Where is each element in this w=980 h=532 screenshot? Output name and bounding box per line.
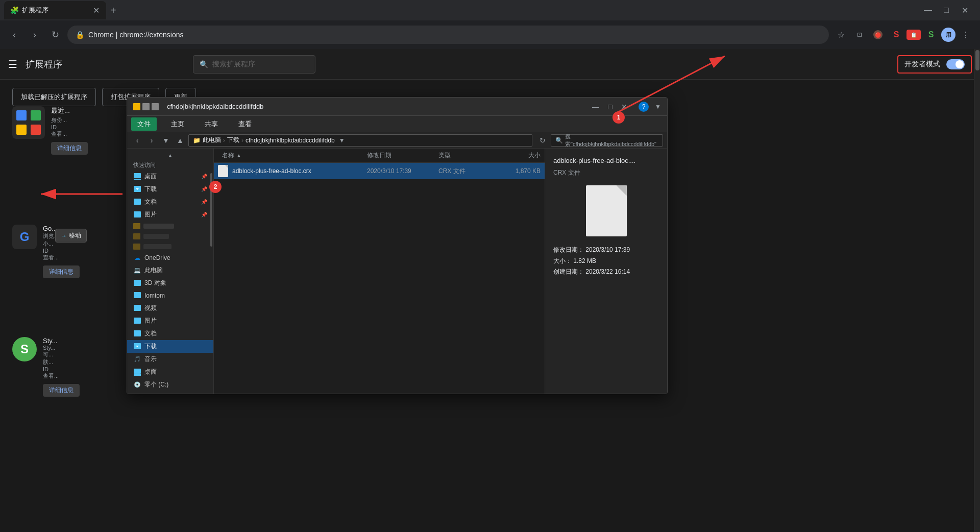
fe-sidebar-pictures[interactable]: 图片 📌	[127, 208, 213, 221]
fe-downloads-pin: 📌	[201, 186, 207, 192]
page-scrollbar[interactable]	[974, 49, 980, 532]
breadcrumb-item-3[interactable]: cfhdojbkjhnklbpkdaibdccddilifddb	[246, 137, 335, 144]
search-box[interactable]: 🔍 搜索扩展程序	[193, 55, 315, 74]
bookmark-button[interactable]: ☆	[833, 27, 849, 43]
dev-mode-label: 开发者模式	[904, 60, 940, 69]
ext-icon-2: G	[12, 225, 37, 249]
fe-documents-icon	[133, 198, 141, 206]
back-button[interactable]: ‹	[6, 27, 22, 43]
window-maximize-button[interactable]: □	[939, 3, 953, 17]
ext-card-1: 最近... 身份... ID 查看... 详细信息	[12, 106, 88, 155]
profiles-icon[interactable]: ⊡	[851, 27, 868, 43]
profile-avatar[interactable]: 用	[941, 28, 955, 42]
fe-sidebar-drivec[interactable]: 💿 零个 (C:)	[127, 378, 213, 391]
new-tab-button[interactable]: +	[110, 5, 116, 16]
dev-mode-toggle[interactable]	[946, 59, 965, 69]
tab-close-button[interactable]: ✕	[92, 6, 100, 14]
fe-sidebar-video[interactable]: 视频	[127, 302, 213, 315]
fe-created-value: 2020/3/22 16:14	[585, 268, 630, 275]
ext-detail-btn-2[interactable]: 详细信息	[43, 265, 80, 278]
fe-sidebar-thispc[interactable]: 💻 此电脑	[127, 264, 213, 277]
svg-rect-8	[134, 179, 141, 180]
fe-sidebar-item-blurred3[interactable]	[127, 241, 213, 252]
badge-1-label: 1	[617, 114, 621, 121]
forward-button[interactable]: ›	[27, 27, 43, 43]
fe-blurred-label-3	[143, 244, 172, 249]
load-unpacked-button[interactable]: 加载已解压的扩展程序	[12, 88, 96, 106]
fe-sidebar-onedrive[interactable]: ☁ OneDrive	[127, 252, 213, 264]
fe-file-row-crx[interactable]: adblock-plus-free-ad-bloc.crx 2020/3/10 …	[214, 163, 545, 179]
svg-rect-6	[31, 125, 41, 135]
fe-pics-label: 图片	[144, 317, 157, 325]
fe-tab-file[interactable]: 文件	[131, 117, 157, 131]
extension-icon-4[interactable]: S	[923, 27, 939, 43]
extension-icon-2[interactable]: S	[888, 27, 904, 43]
fe-crx-filename: adblock-plus-free-ad-bloc.crx	[232, 167, 367, 175]
fe-sidebar-pics[interactable]: 图片	[127, 315, 213, 327]
extension-icon-1[interactable]: 🔴	[870, 27, 886, 43]
fe-sidebar-dl-active[interactable]: 下载	[127, 340, 213, 353]
fe-tab-share[interactable]: 共享	[199, 117, 224, 131]
fe-tab-home[interactable]: 主页	[165, 117, 190, 131]
fe-sidebar-desk2[interactable]: 桌面	[127, 366, 213, 378]
extension-icon-3[interactable]: 📋	[906, 30, 921, 40]
fe-sidebar-drived[interactable]: 💿 一个 (D:)	[127, 391, 213, 394]
more-menu-button[interactable]: ⋮	[958, 27, 974, 43]
fe-back-button[interactable]: ‹	[131, 134, 143, 147]
fe-refresh-button[interactable]: ↻	[536, 134, 549, 147]
fe-sidebar-music[interactable]: 🎵 音乐	[127, 353, 213, 366]
fe-pictures-pin: 📌	[201, 212, 207, 217]
fe-search-icon: 🔍	[555, 137, 563, 144]
breadcrumb-icon: 📁	[193, 137, 201, 144]
svg-rect-21	[134, 374, 141, 376]
svg-rect-16	[134, 318, 141, 324]
breadcrumb-dropdown[interactable]: ▼	[339, 137, 345, 144]
dev-mode-container: 开发者模式	[897, 55, 972, 74]
fe-maximize-button[interactable]: □	[604, 101, 616, 113]
active-tab[interactable]: 🧩 扩展程序 ✕	[4, 1, 106, 19]
fe-sidebar-documents[interactable]: 文档 📌	[127, 196, 213, 208]
fe-col-date[interactable]: 修改日期	[367, 151, 438, 160]
fe-help-icon[interactable]: ?	[639, 102, 649, 112]
ext-icon-3: S	[12, 337, 37, 361]
fe-search-box[interactable]: 🔍 搜索"cfhdojbkjhnklbpkdaibdccddilifddb"	[551, 134, 663, 147]
breadcrumb-item-2[interactable]: 下载	[227, 136, 239, 144]
ext-detail-btn-1[interactable]: 详细信息	[51, 142, 88, 155]
address-bar[interactable]: 🔒 Chrome | chrome://extensions	[67, 26, 829, 44]
fe-sidebar-desktop[interactable]: 桌面 📌	[127, 170, 213, 183]
fe-docs-label: 文档	[144, 329, 157, 338]
fe-forward-button[interactable]: ›	[145, 134, 158, 147]
fe-sidebar-docs[interactable]: 文档	[127, 327, 213, 340]
hamburger-menu[interactable]: ☰	[8, 58, 17, 70]
fe-minimize-button[interactable]: —	[590, 101, 602, 113]
fe-sidebar-3dobjects[interactable]: 3D 对象	[127, 277, 213, 289]
fe-close-button[interactable]: ✕	[618, 101, 630, 113]
tab-icon: 🧩	[10, 6, 19, 14]
fe-tab-view[interactable]: 查看	[232, 117, 258, 131]
red-arrow-2	[31, 179, 133, 209]
fe-col-size[interactable]: 大小	[489, 151, 541, 160]
fe-breadcrumb[interactable]: 📁 此电脑 › 下载 › cfhdojbkjhnklbpkdaibdccddil…	[188, 134, 532, 147]
fe-sidebar-item-blurred2[interactable]	[127, 231, 213, 241]
ext-detail-btn-3[interactable]: 详细信息	[43, 384, 80, 397]
reload-button[interactable]: ↻	[47, 27, 63, 43]
fe-col-type[interactable]: 类型	[438, 151, 489, 160]
fe-up-button[interactable]: ▼	[160, 134, 172, 147]
fe-sidebar-downloads[interactable]: 下载 📌	[127, 183, 213, 196]
window-minimize-button[interactable]: —	[921, 3, 935, 17]
fe-sidebar-iomtom[interactable]: Iomtom	[127, 289, 213, 302]
fe-window-buttons: — □ ✕	[590, 101, 630, 113]
window-close-button[interactable]: ✕	[958, 3, 972, 17]
fe-title-text: cfhdojbkjhnklbpkdaibdccddilifddb	[167, 103, 585, 110]
fe-crx-file-icon	[218, 165, 228, 177]
scrollbar-thumb[interactable]	[975, 50, 979, 70]
fe-dropdown-icon[interactable]: ▼	[655, 103, 661, 110]
fe-recent-button[interactable]: ▲	[174, 134, 186, 147]
breadcrumb-item-1[interactable]: 此电脑	[203, 136, 221, 144]
fe-scroll-up[interactable]: ▲	[127, 153, 213, 158]
fe-col-name[interactable]: 名称 ▲	[218, 151, 367, 160]
fe-sidebar-item-blurred1[interactable]	[127, 221, 213, 231]
svg-rect-5	[16, 125, 27, 135]
fe-crx-size: 1,870 KB	[489, 167, 541, 175]
file-explorer-window: cfhdojbkjhnklbpkdaibdccddilifddb — □ ✕ ?…	[127, 97, 668, 394]
